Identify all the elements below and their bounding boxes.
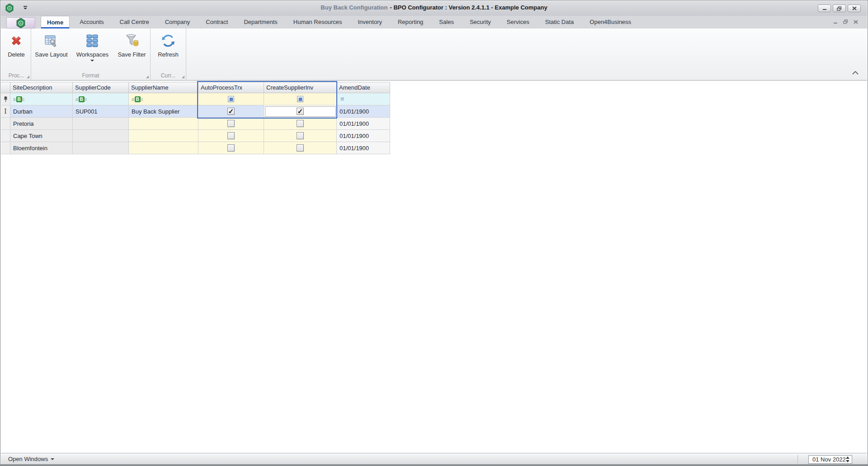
app-logo-icon bbox=[5, 4, 14, 13]
close-button[interactable] bbox=[848, 5, 861, 12]
checkbox[interactable]: ✓ bbox=[297, 144, 304, 152]
column-header-suppliername[interactable]: SupplierName bbox=[129, 82, 198, 93]
text-filter-icon: aBc bbox=[73, 96, 87, 102]
filter-createsupplierinv[interactable] bbox=[264, 93, 337, 105]
checkbox[interactable]: ✓ bbox=[297, 132, 304, 139]
workspaces-button[interactable]: Workspaces bbox=[74, 31, 111, 62]
open-windows-label: Open Windows bbox=[8, 456, 48, 462]
pin-icon bbox=[3, 96, 8, 103]
tab-reporting[interactable]: Reporting bbox=[392, 16, 429, 29]
cell-suppliername[interactable] bbox=[129, 142, 198, 154]
open-windows-dropdown[interactable]: Open Windows bbox=[8, 456, 54, 462]
ribbon-close-icon[interactable] bbox=[854, 20, 858, 24]
cell-createsupplierinv[interactable]: ✓ bbox=[264, 118, 337, 130]
filter-autoprocesstrx[interactable] bbox=[198, 93, 264, 105]
refresh-button[interactable]: Refresh bbox=[158, 31, 179, 58]
cell-amenddate[interactable]: 01/01/1900 bbox=[337, 142, 390, 154]
delete-button[interactable]: Delete bbox=[8, 31, 25, 58]
cell-suppliername[interactable] bbox=[129, 130, 198, 142]
row-indicator[interactable] bbox=[1, 130, 10, 142]
cell-suppliername[interactable] bbox=[129, 118, 198, 130]
column-header-suppliercode[interactable]: SupplierCode bbox=[73, 82, 129, 93]
spin-down-button[interactable] bbox=[846, 460, 849, 462]
row-indicator-header bbox=[1, 82, 10, 93]
checkbox[interactable]: ✓ bbox=[227, 120, 235, 127]
checkmark-icon: ✓ bbox=[297, 108, 303, 114]
minimize-button[interactable] bbox=[818, 5, 831, 12]
cell-suppliername[interactable]: Buy Back Supplier bbox=[129, 105, 198, 118]
delete-button-label: Delete bbox=[8, 51, 25, 58]
cell-sitedescription[interactable]: Pretoria bbox=[10, 118, 73, 130]
ribbon-body: Delete Proc... bbox=[1, 29, 867, 81]
date-value: 01 Nov 2022 bbox=[809, 456, 846, 463]
tab-departments[interactable]: Departments bbox=[238, 16, 283, 29]
checkbox[interactable]: ✓ bbox=[227, 108, 235, 115]
cell-autoprocesstrx[interactable]: ✓ bbox=[198, 142, 264, 154]
cell-amenddate[interactable]: 01/01/1900 bbox=[337, 118, 390, 130]
cell-suppliercode[interactable]: SUP001 bbox=[73, 105, 129, 118]
row-indicator[interactable] bbox=[1, 142, 10, 154]
quick-access-toolbar-dropdown-icon[interactable] bbox=[23, 6, 28, 10]
table-row: I Durban SUP001 Buy Back Supplier ✓ ✓ 01… bbox=[1, 105, 390, 118]
save-layout-button[interactable]: Save Layout bbox=[31, 31, 71, 62]
column-header-amenddate[interactable]: AmendDate bbox=[337, 82, 390, 93]
cell-suppliercode[interactable] bbox=[73, 142, 129, 154]
cell-autoprocesstrx[interactable]: ✓ bbox=[198, 130, 264, 142]
ribbon-minimize-icon[interactable] bbox=[833, 20, 838, 24]
app-menu-logo-icon bbox=[16, 18, 25, 28]
tab-call-centre[interactable]: Call Centre bbox=[114, 16, 155, 29]
cell-amenddate[interactable]: 01/01/1900 bbox=[337, 105, 390, 118]
refresh-arrows-icon bbox=[160, 32, 176, 49]
date-spinner[interactable]: 01 Nov 2022 bbox=[808, 455, 852, 464]
filter-sitedescription[interactable]: aBc bbox=[10, 93, 73, 105]
filter-amenddate[interactable]: = bbox=[337, 93, 390, 105]
checkbox[interactable]: ✓ bbox=[227, 132, 235, 139]
dialog-launcher-icon[interactable] bbox=[27, 76, 29, 78]
tab-accounts[interactable]: Accounts bbox=[74, 16, 109, 29]
column-header-autoprocesstrx[interactable]: AutoProcessTrx bbox=[198, 82, 264, 93]
dialog-launcher-icon[interactable] bbox=[146, 76, 149, 78]
checkbox[interactable]: ✓ bbox=[297, 108, 304, 115]
cell-createsupplierinv[interactable]: ✓ bbox=[264, 142, 337, 154]
column-header-createsupplierinv[interactable]: CreateSupplierInv bbox=[264, 82, 337, 93]
filter-suppliername[interactable]: aBc bbox=[129, 93, 198, 105]
tab-security[interactable]: Security bbox=[464, 16, 497, 29]
dialog-launcher-icon[interactable] bbox=[182, 76, 184, 78]
minimize-icon bbox=[822, 6, 827, 10]
spin-up-button[interactable] bbox=[846, 456, 849, 459]
row-indicator[interactable] bbox=[1, 118, 10, 130]
tab-sales[interactable]: Sales bbox=[433, 16, 460, 29]
cell-sitedescription[interactable]: Cape Town bbox=[10, 130, 73, 142]
cell-autoprocesstrx[interactable]: ✓ bbox=[198, 118, 264, 130]
group-label-current: Curr... bbox=[151, 72, 186, 79]
tab-static-data[interactable]: Static Data bbox=[539, 16, 580, 29]
save-filter-button[interactable]: Save Filter bbox=[113, 31, 150, 62]
ribbon-restore-icon[interactable] bbox=[843, 19, 848, 24]
edit-cursor-icon: I bbox=[4, 108, 7, 115]
cell-sitedescription[interactable]: Bloemfontein bbox=[10, 142, 73, 154]
cell-sitedescription[interactable]: Durban bbox=[10, 105, 73, 118]
cell-autoprocesstrx[interactable]: ✓ bbox=[198, 105, 264, 118]
column-header-sitedescription[interactable]: SiteDescription bbox=[10, 82, 73, 93]
tab-inventory[interactable]: Inventory bbox=[352, 16, 388, 29]
collapse-ribbon-button[interactable] bbox=[852, 70, 859, 76]
restore-button[interactable] bbox=[833, 5, 846, 12]
checkbox[interactable]: ✓ bbox=[297, 120, 304, 127]
tab-company[interactable]: Company bbox=[159, 16, 196, 29]
cell-amenddate[interactable]: 01/01/1900 bbox=[337, 130, 390, 142]
tab-home[interactable]: Home bbox=[41, 16, 70, 29]
tab-contract[interactable]: Contract bbox=[200, 16, 234, 29]
cell-createsupplierinv[interactable]: ✓ bbox=[264, 130, 337, 142]
row-indicator[interactable]: I bbox=[1, 105, 10, 118]
tab-human-resources[interactable]: Human Resources bbox=[288, 16, 348, 29]
filter-suppliercode[interactable]: aBc bbox=[73, 93, 129, 105]
cell-createsupplierinv-focused[interactable]: ✓ bbox=[264, 105, 337, 118]
tab-services[interactable]: Services bbox=[501, 16, 535, 29]
application-menu-button[interactable] bbox=[6, 17, 35, 29]
tab-open4business[interactable]: Open4Business bbox=[584, 16, 637, 29]
checkbox[interactable]: ✓ bbox=[227, 144, 235, 152]
data-grid: SiteDescription SupplierCode SupplierNam… bbox=[1, 82, 390, 154]
ribbon-tabs: Home Accounts Call Centre Company Contra… bbox=[41, 16, 641, 29]
cell-suppliercode[interactable] bbox=[73, 130, 129, 142]
cell-suppliercode[interactable] bbox=[73, 118, 129, 130]
